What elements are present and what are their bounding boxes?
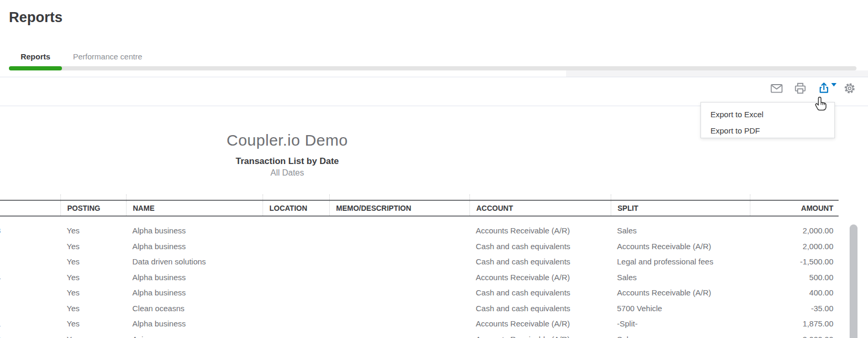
cell-split: Legal and professional fees	[611, 257, 750, 266]
cell-posting: Yes	[60, 257, 126, 266]
column-header-amount: AMOUNT	[750, 201, 839, 216]
table-row[interactable]: 2YesAxiomAccounts Receivable (A/R)Sales3…	[0, 332, 839, 338]
email-icon[interactable]	[770, 81, 783, 95]
cell-posting: Yes	[60, 319, 126, 328]
cell-split: Accounts Receivable (A/R)	[611, 288, 750, 297]
cell-account: Cash and cash equivalents	[469, 242, 611, 251]
column-header-name: NAME	[126, 201, 263, 216]
separator-segment	[611, 194, 750, 200]
tab-bar: Reports Performance centre	[9, 52, 142, 61]
cell-amount: -1,500.00	[750, 257, 839, 266]
cell-date: 4	[0, 273, 60, 282]
cell-date: 1	[0, 319, 60, 328]
export-menu: Export to Excel Export to PDF	[700, 102, 835, 138]
tab-track	[9, 66, 856, 70]
cell-split: 5700 Vehicle	[611, 304, 750, 313]
cell-account: Accounts Receivable (A/R)	[469, 273, 611, 282]
cell-account: Accounts Receivable (A/R)	[469, 226, 611, 235]
header-separator-strip	[0, 194, 839, 200]
cell-split: Sales	[611, 335, 750, 338]
table-body: 3YesAlpha businessAccounts Receivable (A…	[0, 217, 839, 338]
cell-name: Data driven solutions	[126, 257, 263, 266]
cell-posting: Yes	[60, 242, 126, 251]
cell-account: Cash and cash equivalents	[469, 288, 611, 297]
caret-down-icon[interactable]	[831, 83, 836, 87]
cell-account: Accounts Receivable (A/R)	[469, 335, 611, 338]
cell-amount: -35.00	[750, 304, 839, 313]
cell-posting: Yes	[60, 226, 126, 235]
table-header-row: POSTINGNAMELOCATIONMEMO/DESCRIPTIONACCOU…	[0, 200, 839, 217]
cell-amount: 500.00	[750, 273, 839, 282]
table-row[interactable]: YesAlpha businessCash and cash equivalen…	[0, 239, 839, 254]
cell-posting: Yes	[60, 288, 126, 297]
separator-segment	[60, 194, 126, 200]
gear-icon[interactable]	[843, 81, 856, 95]
cell-date: 3	[0, 226, 60, 235]
cell-split: Sales	[611, 273, 750, 282]
cell-name: Alpha business	[126, 242, 263, 251]
cell-posting: Yes	[60, 335, 126, 338]
date-partial: 2	[0, 335, 1, 338]
date-partial: 3	[0, 226, 1, 235]
column-header-split: SPLIT	[611, 201, 750, 216]
report-date-range: All Dates	[0, 168, 574, 178]
separator-segment	[469, 194, 611, 200]
column-header-posting: POSTING	[60, 201, 126, 216]
page-title: Reports	[9, 9, 62, 26]
separator-segment	[126, 194, 263, 200]
cell-name: Clean oceasns	[126, 304, 263, 313]
column-header-date	[0, 201, 60, 216]
active-tab-indicator	[9, 66, 62, 70]
table-row[interactable]: YesData driven solutionsCash and cash eq…	[0, 254, 839, 270]
table-row[interactable]: 3YesAlpha businessAccounts Receivable (A…	[0, 223, 839, 239]
report-heading: Coupler.io Demo Transaction List by Date…	[0, 131, 574, 178]
table-row[interactable]: YesAlpha businessCash and cash equivalen…	[0, 285, 839, 301]
table-row[interactable]: 1YesAlpha businessAccounts Receivable (A…	[0, 316, 839, 332]
cell-posting: Yes	[60, 304, 126, 313]
separator-segment	[750, 194, 839, 200]
cell-date	[0, 304, 60, 313]
cell-date	[0, 242, 60, 251]
menu-item-export-to-excel[interactable]: Export to Excel	[701, 106, 834, 122]
cell-account: Cash and cash equivalents	[469, 304, 611, 313]
menu-item-export-to-pdf[interactable]: Export to PDF	[701, 122, 834, 139]
separator-segment	[0, 194, 60, 200]
cell-split: Sales	[611, 226, 750, 235]
separator-segment	[329, 194, 469, 200]
tab-performance-centre[interactable]: Performance centre	[73, 52, 142, 61]
cell-account: Accounts Receivable (A/R)	[469, 319, 611, 328]
cell-amount: 1,875.00	[750, 319, 839, 328]
table-row[interactable]: 4YesAlpha businessAccounts Receivable (A…	[0, 270, 839, 285]
date-partial: 4	[0, 273, 1, 282]
cell-split: Accounts Receivable (A/R)	[611, 242, 750, 251]
cell-name: Alpha business	[126, 273, 263, 282]
header-gray-band	[566, 70, 868, 77]
report-title: Transaction List by Date	[0, 156, 574, 167]
cell-date: 2	[0, 335, 60, 338]
cell-posting: Yes	[60, 273, 126, 282]
cell-name: Axiom	[126, 335, 263, 338]
column-header-account: ACCOUNT	[469, 201, 611, 216]
cell-amount: 2,000.00	[750, 242, 839, 251]
date-partial: 1	[0, 319, 1, 328]
export-icon[interactable]	[817, 81, 831, 95]
tab-reports[interactable]: Reports	[9, 52, 62, 61]
company-name: Coupler.io Demo	[0, 131, 574, 149]
vertical-scrollbar-thumb[interactable]	[850, 224, 857, 338]
cell-name: Alpha business	[126, 288, 263, 297]
reports-page: { "page": { "title": "Reports" }, "tabs"…	[0, 0, 868, 338]
cell-date	[0, 288, 60, 297]
cell-name: Alpha business	[126, 226, 263, 235]
cell-amount: 3,000.00	[750, 335, 839, 338]
cell-date	[0, 257, 60, 266]
cell-amount: 2,000.00	[750, 226, 839, 235]
table-row[interactable]: YesClean oceasnsCash and cash equivalent…	[0, 301, 839, 316]
column-header-location: LOCATION	[263, 201, 329, 216]
separator-segment	[263, 194, 329, 200]
print-icon[interactable]	[793, 81, 807, 95]
column-header-memo-description: MEMO/DESCRIPTION	[329, 201, 469, 216]
cell-split: -Split-	[611, 319, 750, 328]
cell-amount: 400.00	[750, 288, 839, 297]
cell-name: Alpha business	[126, 319, 263, 328]
cell-account: Cash and cash equivalents	[469, 257, 611, 266]
